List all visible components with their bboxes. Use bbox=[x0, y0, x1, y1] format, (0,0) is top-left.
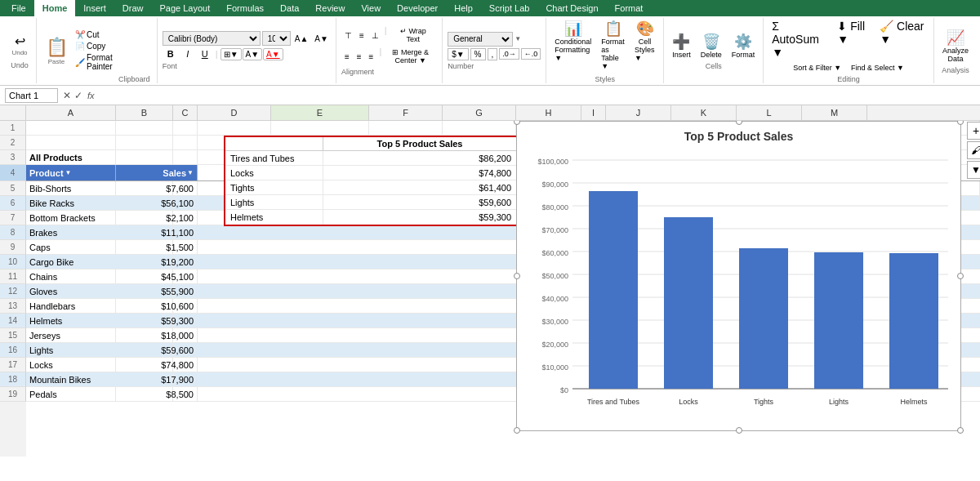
border-button[interactable]: ⊞▼ bbox=[220, 48, 242, 60]
format-button[interactable]: ⚙️ Format bbox=[728, 31, 759, 60]
row-num-3[interactable]: 3 bbox=[0, 150, 26, 165]
row-num-10[interactable]: 10 bbox=[0, 255, 26, 269]
cell-a8[interactable]: Brakes bbox=[26, 225, 116, 239]
cell-a18[interactable]: Mountain Bikes bbox=[26, 372, 116, 386]
number-format-select[interactable]: General bbox=[448, 32, 513, 47]
cell-a14[interactable]: Helmets bbox=[26, 314, 116, 327]
cell-a15[interactable]: Jerseys bbox=[26, 328, 116, 342]
ribbon-tab-review[interactable]: Review bbox=[307, 0, 353, 16]
cell-a10[interactable]: Cargo Bike bbox=[26, 255, 116, 269]
row-num-1[interactable]: 1 bbox=[0, 121, 26, 136]
col-header-c[interactable]: C bbox=[173, 105, 198, 120]
col-header-e[interactable]: E bbox=[271, 105, 369, 120]
align-right-button[interactable]: ≡ bbox=[366, 47, 377, 66]
cell-c10[interactable]: $19,200 bbox=[173, 255, 198, 269]
row-num-9[interactable]: 9 bbox=[0, 240, 26, 255]
align-bottom-button[interactable]: ⊥ bbox=[368, 25, 382, 45]
cell-e1[interactable] bbox=[271, 121, 369, 135]
col-header-k[interactable]: K bbox=[671, 105, 737, 120]
row-num-16[interactable]: 16 bbox=[0, 343, 26, 358]
row-num-2[interactable]: 2 bbox=[0, 136, 26, 150]
chart-filter-button[interactable]: ▼ bbox=[967, 161, 980, 179]
cell-c3[interactable] bbox=[173, 150, 198, 164]
row-num-17[interactable]: 17 bbox=[0, 358, 26, 372]
format-as-table-button[interactable]: 📋 Format as Table ▼ bbox=[598, 18, 628, 72]
undo-button[interactable]: ↩ Undo bbox=[8, 32, 31, 58]
cell-a17[interactable]: Locks bbox=[26, 358, 116, 372]
cell-c16[interactable]: $59,600 bbox=[173, 343, 198, 357]
ribbon-tab-scriptlab[interactable]: Script Lab bbox=[481, 0, 538, 16]
fill-color-button[interactable]: A▼ bbox=[243, 48, 263, 60]
row-num-18[interactable]: 18 bbox=[0, 372, 26, 387]
ribbon-tab-home[interactable]: Home bbox=[34, 0, 76, 16]
cell-g1[interactable] bbox=[443, 121, 516, 135]
wrap-text-button[interactable]: ↵ Wrap Text bbox=[390, 25, 438, 45]
cell-c18[interactable]: $17,900 bbox=[173, 372, 198, 386]
cell-reference-input[interactable] bbox=[5, 88, 58, 103]
cell-b19[interactable] bbox=[116, 387, 173, 401]
cell-a5[interactable]: Bib-Shorts bbox=[26, 181, 116, 195]
italic-button[interactable]: I bbox=[180, 47, 196, 60]
cell-c6[interactable]: $56,100 bbox=[173, 196, 198, 210]
underline-button[interactable]: U bbox=[197, 47, 213, 60]
ribbon-tab-view[interactable]: View bbox=[353, 0, 389, 16]
cell-b2[interactable] bbox=[116, 136, 173, 149]
cell-a6[interactable]: Bike Racks bbox=[26, 196, 116, 210]
top5-row-2[interactable]: Locks $74,800 bbox=[225, 166, 516, 180]
row-num-14[interactable]: 14 bbox=[0, 314, 26, 328]
cell-b1[interactable] bbox=[116, 121, 173, 135]
decrease-font-button[interactable]: A▼ bbox=[312, 33, 331, 45]
cell-c4-header[interactable]: Sales ▼ bbox=[173, 165, 198, 180]
cell-a9[interactable]: Caps bbox=[26, 240, 116, 254]
sort-filter-button[interactable]: Sort & Filter ▼ bbox=[790, 62, 844, 73]
col-header-f[interactable]: F bbox=[369, 105, 443, 120]
ribbon-tab-chartdesign[interactable]: Chart Design bbox=[537, 0, 606, 16]
delete-button[interactable]: 🗑️ Delete bbox=[697, 31, 725, 60]
chart-add-element-button[interactable]: + bbox=[967, 122, 980, 140]
row-num-6[interactable]: 6 bbox=[0, 196, 26, 211]
align-middle-button[interactable]: ≡ bbox=[356, 25, 368, 45]
cell-a3[interactable]: All Products bbox=[26, 150, 116, 164]
align-top-button[interactable]: ⊤ bbox=[341, 25, 355, 45]
percent-button[interactable]: % bbox=[470, 48, 486, 60]
ribbon-tab-developer[interactable]: Developer bbox=[389, 0, 446, 16]
align-center-button[interactable]: ≡ bbox=[354, 47, 365, 66]
cell-c7[interactable]: $2,100 bbox=[173, 211, 198, 225]
row-num-7[interactable]: 7 bbox=[0, 211, 26, 225]
col-header-h[interactable]: H bbox=[516, 105, 581, 120]
font-family-select[interactable]: Calibri (Body) bbox=[163, 31, 261, 46]
bold-button[interactable]: B bbox=[163, 47, 179, 60]
resize-handle-mr[interactable] bbox=[957, 273, 964, 279]
cut-button[interactable]: ✂️Cut bbox=[73, 29, 115, 40]
formula-bar-cross[interactable]: ✕ bbox=[63, 90, 71, 101]
chart-style-button[interactable]: 🖌 bbox=[967, 141, 980, 159]
paste-button[interactable]: 📋 Paste bbox=[42, 18, 71, 83]
fill-button[interactable]: ⬇ Fill ▼ bbox=[834, 18, 873, 60]
cell-c13[interactable]: $10,600 bbox=[173, 299, 198, 313]
cell-c1[interactable] bbox=[173, 121, 198, 135]
cell-a1[interactable] bbox=[26, 121, 116, 135]
currency-button[interactable]: $▼ bbox=[448, 48, 468, 60]
cell-c9[interactable]: $1,500 bbox=[173, 240, 198, 254]
cell-a12[interactable]: Gloves bbox=[26, 284, 116, 298]
font-size-select[interactable]: 10 bbox=[262, 31, 291, 46]
cell-a16[interactable]: Lights bbox=[26, 343, 116, 357]
cell-a19[interactable]: Pedals bbox=[26, 387, 116, 401]
cell-a4-header[interactable]: Product ▼ bbox=[26, 165, 116, 180]
cell-a7[interactable]: Bottom Brackets bbox=[26, 211, 116, 225]
formula-input[interactable] bbox=[98, 90, 975, 101]
cell-c5[interactable]: $7,600 bbox=[173, 181, 198, 195]
comma-button[interactable]: , bbox=[488, 48, 498, 60]
copy-button[interactable]: 📄Copy bbox=[73, 41, 115, 51]
row-num-8[interactable]: 8 bbox=[0, 225, 26, 240]
row-num-4[interactable]: 4 bbox=[0, 165, 26, 181]
row-num-5[interactable]: 5 bbox=[0, 181, 26, 196]
insert-button[interactable]: ➕ Insert bbox=[669, 31, 694, 60]
col-header-m[interactable]: M bbox=[802, 105, 867, 120]
top5-row-4[interactable]: Lights $59,600 bbox=[225, 195, 516, 210]
cell-a11[interactable]: Chains bbox=[26, 269, 116, 283]
cell-c14[interactable]: $59,300 bbox=[173, 314, 198, 327]
cell-f1[interactable] bbox=[369, 121, 443, 135]
cell-b3[interactable] bbox=[116, 150, 173, 164]
resize-handle-bl[interactable] bbox=[514, 427, 520, 434]
